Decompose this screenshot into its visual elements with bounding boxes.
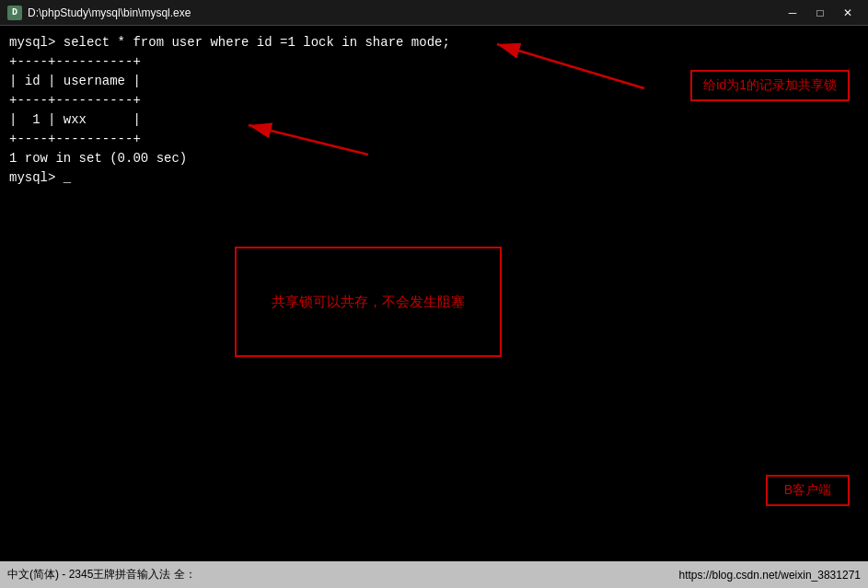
terminal-line-9: mysql> _ xyxy=(9,168,859,188)
annotation-box-client-b: B客户端 xyxy=(766,475,850,506)
annotation-box-shared-lock: 给id为1的记录加共享锁 xyxy=(690,70,850,101)
terminal-line-2: +----+----------+ xyxy=(9,52,859,72)
app-icon: D xyxy=(7,6,22,20)
titlebar-title: D:\phpStudy\mysql\bin\mysql.exe xyxy=(28,6,780,19)
statusbar-url: https://blog.csdn.net/weixin_3831271 xyxy=(679,569,861,582)
annotation-text-2: 共享锁可以共存，不会发生阻塞 xyxy=(272,294,465,311)
annotation-text-1: 给id为1的记录加共享锁 xyxy=(703,77,837,92)
terminal-line-5: | 1 | wxx | xyxy=(9,110,859,130)
titlebar: D D:\phpStudy\mysql\bin\mysql.exe ─ □ ✕ xyxy=(0,0,868,26)
terminal-line-6: +----+----------+ xyxy=(9,130,859,149)
maximize-button[interactable]: □ xyxy=(807,3,833,23)
close-button[interactable]: ✕ xyxy=(835,3,861,23)
terminal-area: mysql> select * from user where id =1 lo… xyxy=(0,26,868,561)
annotation-box-coexist: 共享锁可以共存，不会发生阻塞 xyxy=(235,247,502,357)
annotation-text-3: B客户端 xyxy=(784,482,831,497)
window-controls: ─ □ ✕ xyxy=(780,3,861,23)
terminal-line-1: mysql> select * from user where id =1 lo… xyxy=(9,33,859,52)
terminal-line-7: 1 row in set (0.00 sec) xyxy=(9,149,859,168)
statusbar: 中文(简体) - 2345王牌拼音输入法 全： https://blog.csd… xyxy=(0,561,868,588)
statusbar-ime: 中文(简体) - 2345王牌拼音输入法 全： xyxy=(7,567,196,582)
minimize-button[interactable]: ─ xyxy=(780,3,805,23)
